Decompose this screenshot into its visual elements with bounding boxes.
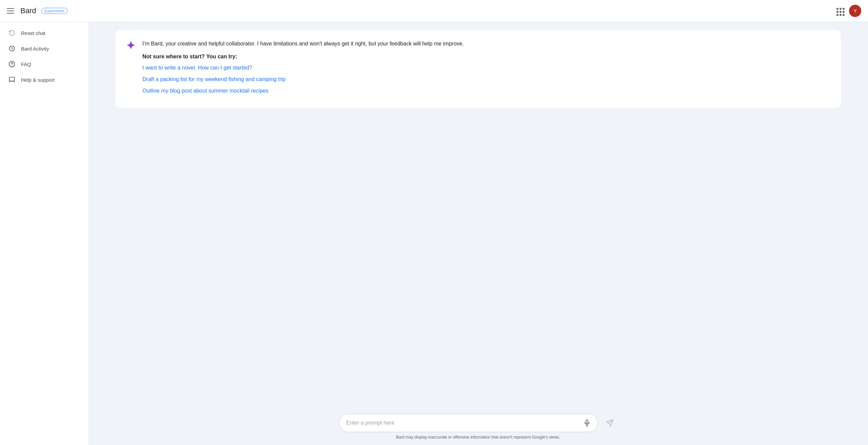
user-avatar[interactable]: Y	[849, 5, 861, 17]
prompt-suggestion-1[interactable]: I want to write a novel. How can I get s…	[142, 64, 830, 72]
disclaimer: Bard may display inaccurate or offensive…	[396, 435, 560, 440]
sidebar-item-label: Bard Activity	[21, 46, 49, 52]
main-layout: Reset chat Bard Activity FAQ	[0, 22, 868, 445]
input-row	[339, 414, 617, 432]
welcome-card: I'm Bard, your creative and helpful coll…	[115, 30, 841, 108]
welcome-intro: I'm Bard, your creative and helpful coll…	[142, 39, 830, 48]
welcome-text-block: I'm Bard, your creative and helpful coll…	[142, 39, 830, 98]
brand-title: Bard	[20, 6, 36, 15]
sidebar-item-reset-chat[interactable]: Reset chat	[0, 26, 84, 40]
sidebar-item-label: FAQ	[21, 61, 31, 67]
sidebar-item-help-support[interactable]: Help & support	[0, 73, 84, 87]
chat-messages: I'm Bard, your creative and helpful coll…	[115, 30, 841, 408]
experiment-badge: Experiment	[41, 8, 67, 14]
welcome-prompt-title: Not sure where to start? You can try:	[142, 54, 830, 60]
prompt-input-container	[339, 414, 598, 432]
input-area: Bard may display inaccurate or offensive…	[115, 408, 841, 445]
prompt-suggestion-2[interactable]: Draft a packing list for my weekend fish…	[142, 75, 830, 83]
send-button[interactable]	[602, 415, 617, 430]
prompt-input[interactable]	[346, 420, 579, 426]
header-right: Y	[835, 5, 861, 17]
content-area: I'm Bard, your creative and helpful coll…	[88, 22, 868, 445]
svg-rect-3	[9, 77, 15, 81]
google-apps-icon[interactable]	[835, 7, 844, 15]
sidebar-item-label: Help & support	[21, 77, 55, 83]
app-header: Bard Experiment Y	[0, 0, 868, 22]
faq-icon	[8, 60, 16, 68]
prompt-suggestion-3[interactable]: Outline my blog post about summer mockta…	[142, 87, 830, 95]
mic-icon[interactable]	[583, 419, 591, 427]
reset-icon	[8, 29, 16, 37]
bard-sparkle-icon	[126, 40, 136, 50]
sidebar-item-faq[interactable]: FAQ	[0, 57, 84, 71]
header-left: Bard Experiment	[7, 6, 67, 15]
activity-icon	[8, 45, 16, 52]
sidebar: Reset chat Bard Activity FAQ	[0, 22, 88, 445]
menu-button[interactable]	[7, 7, 15, 15]
svg-rect-7	[586, 420, 588, 424]
sidebar-item-bard-activity[interactable]: Bard Activity	[0, 41, 84, 56]
sidebar-item-label: Reset chat	[21, 30, 45, 36]
help-icon	[8, 76, 16, 83]
